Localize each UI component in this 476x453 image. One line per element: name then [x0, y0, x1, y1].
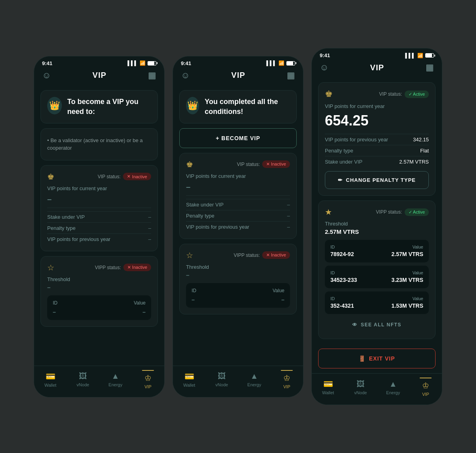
content-2: 👑 You completed all the conditions! + BE…	[173, 85, 303, 366]
person-icon-2[interactable]: ☺	[181, 70, 190, 81]
nav-wallet-2[interactable]: 💳 Wallet	[173, 372, 205, 387]
energy-icon-2: ▲	[250, 372, 258, 381]
star-icon-2: ☆	[186, 251, 193, 260]
crown-icon-active: ♚	[325, 89, 333, 99]
vnode-icon-1: 🖼	[79, 372, 87, 381]
battery-icon-3	[425, 53, 434, 58]
penalty-value-1: –	[148, 225, 151, 231]
info-row-prev-2: VIP points for previous year –	[186, 221, 290, 232]
nft-id-label-1: ID	[330, 245, 354, 249]
vip-status-card-2: ♚ VIP status: ✕ Inactive VIP points for …	[179, 153, 297, 239]
wifi-icon-2: 📶	[278, 60, 284, 66]
person-icon-1[interactable]: ☺	[42, 70, 51, 81]
nav-energy-1[interactable]: ▲ Energy	[99, 372, 132, 387]
id-dash-2: –	[192, 297, 195, 303]
info-row-penalty-3: Penalty type Flat	[325, 145, 429, 156]
energy-label-1: Energy	[109, 382, 123, 387]
nav-vnode-3[interactable]: 🖼 vNode	[344, 380, 377, 395]
active-indicator-3	[420, 378, 432, 378]
time-2: 9:41	[181, 60, 191, 66]
vipp-status-label-1: VIPP status:	[95, 265, 121, 270]
crown-icon-status-2: ♚	[186, 160, 193, 169]
vipp-active-header: ★ VIPP status: ✓ Active	[325, 207, 429, 217]
stake-label-3: Stake under VIP	[325, 159, 363, 165]
nav-header-1: ☺ VIP ▦	[34, 69, 164, 85]
vipp-card-1: ☆ VIPP status: ✕ Inactive Threshold – ID…	[40, 256, 158, 327]
nav-energy-3[interactable]: ▲ Energy	[377, 380, 409, 395]
vnode-icon-3: 🖼	[357, 380, 365, 389]
status-bar-2: 9:41 ▌▌▌ 📶	[173, 56, 303, 69]
signal-icon-2: ▌▌▌	[266, 60, 276, 66]
prev-label-3: VIP points for previous year	[325, 137, 388, 143]
wallet-icon-1: 💳	[46, 372, 56, 381]
nft-row-3: ID 352-4321 Value 1.53M VTRS	[325, 291, 429, 314]
nav-vnode-2[interactable]: 🖼 vNode	[205, 372, 238, 387]
id-value-box-2: ID Value – –	[186, 283, 290, 308]
info-row-stake-3: Stake under VIP 2.57M VTRS	[325, 156, 429, 167]
battery-icon-2	[286, 61, 295, 66]
prev-value-1: –	[148, 236, 151, 242]
inactive-badge-1: ✕ Inactive	[123, 173, 151, 180]
star-icon-3: ★	[325, 207, 332, 217]
vipp-active-label: VIPP status:	[376, 209, 402, 215]
nav-energy-2[interactable]: ▲ Energy	[238, 372, 271, 387]
vnode-icon-2: 🖼	[218, 372, 226, 381]
nft-value-block-2: Value 3.23M VTRS	[392, 270, 423, 283]
nav-vnode-1[interactable]: 🖼 vNode	[67, 372, 99, 387]
threshold-label-3: Threshold	[325, 221, 429, 227]
condition-item-1: • Be a validator (active or inactive) or…	[47, 135, 151, 154]
nft-row-2: ID 34523-233 Value 3.23M VTRS	[325, 266, 429, 288]
active-indicator-2	[281, 370, 293, 371]
vip-info-text-1: To become a VIP you need to:	[67, 97, 151, 117]
nft-val-label-1: Value	[392, 245, 423, 249]
qr-icon-1[interactable]: ▦	[148, 70, 156, 81]
nav-vip-2[interactable]: ♔ VIP	[271, 370, 303, 389]
person-icon-3[interactable]: ☺	[320, 62, 328, 73]
nft-id-value-2: 34523-233	[330, 277, 357, 283]
threshold-label-2: Threshold	[186, 264, 290, 270]
vip-active-status: VIP status: ✓ Active	[379, 91, 429, 98]
qr-icon-2[interactable]: ▦	[287, 70, 295, 81]
penalty-value-3: Flat	[420, 148, 429, 154]
vip-status-label-1: VIP status:	[98, 174, 121, 179]
crown-bg-1: 👑	[47, 97, 62, 114]
nav-vip-3[interactable]: ♔ VIP	[409, 378, 442, 397]
page-title-3: VIP	[370, 63, 384, 72]
info-row-prev-1: VIP points for previous year –	[47, 233, 151, 245]
qr-icon-3[interactable]: ▦	[426, 62, 434, 73]
signal-icon-3: ▌▌▌	[405, 53, 415, 58]
active-indicator-1	[142, 370, 154, 371]
nav-vip-1[interactable]: ♔ VIP	[132, 370, 164, 389]
id-dash-1: –	[53, 309, 56, 315]
threshold-value-3: 2.57M VTRS	[325, 228, 429, 235]
vip-icon-1: ♔	[144, 373, 152, 383]
info-row-penalty-1: Penalty type –	[47, 222, 151, 233]
vip-active-card: ♚ VIP status: ✓ Active VIP points for cu…	[318, 82, 436, 196]
stake-label-1: Stake under VIP	[47, 214, 85, 220]
nft-id-block-3: ID 352-4321	[330, 296, 354, 309]
become-vip-button[interactable]: + BECOME VIP	[179, 128, 297, 148]
vip-icon-2: ♔	[283, 373, 290, 383]
nft-id-block-1: ID 78924-92	[330, 245, 354, 258]
nav-wallet-3[interactable]: 💳 Wallet	[312, 379, 344, 395]
info-row-stake-1: Stake under VIP –	[47, 211, 151, 222]
battery-icon	[148, 61, 156, 66]
nav-wallet-1[interactable]: 💳 Wallet	[34, 372, 67, 387]
divider-1	[47, 208, 151, 208]
vip-status-header-2: ♚ VIP status: ✕ Inactive	[186, 160, 290, 169]
exit-vip-button[interactable]: 🚪 EXIT VIP	[318, 349, 436, 368]
vip-label-3: VIP	[422, 392, 429, 397]
eye-icon: 👁	[352, 322, 358, 328]
stake-label-2: Stake under VIP	[186, 202, 224, 208]
see-all-nfts-button[interactable]: 👁 SEE ALL NFTS	[325, 317, 429, 332]
nft-value-block-3: Value 1.53M VTRS	[392, 296, 423, 309]
info-row-prev-3: VIP points for previous year 342.15	[325, 134, 429, 145]
value-col-label-2: Value	[273, 288, 284, 293]
wallet-icon-3: 💳	[323, 379, 333, 389]
prev-value-2: –	[287, 224, 290, 230]
vip-icon-3: ♔	[422, 381, 429, 390]
penalty-label-2: Penalty type	[186, 213, 215, 219]
vipp-active-card: ★ VIPP status: ✓ Active Threshold 2.57M …	[318, 200, 436, 339]
star-icon-1: ☆	[47, 263, 54, 272]
change-penalty-button[interactable]: ✏ CHANGE PENALTY TYPE	[325, 171, 429, 189]
